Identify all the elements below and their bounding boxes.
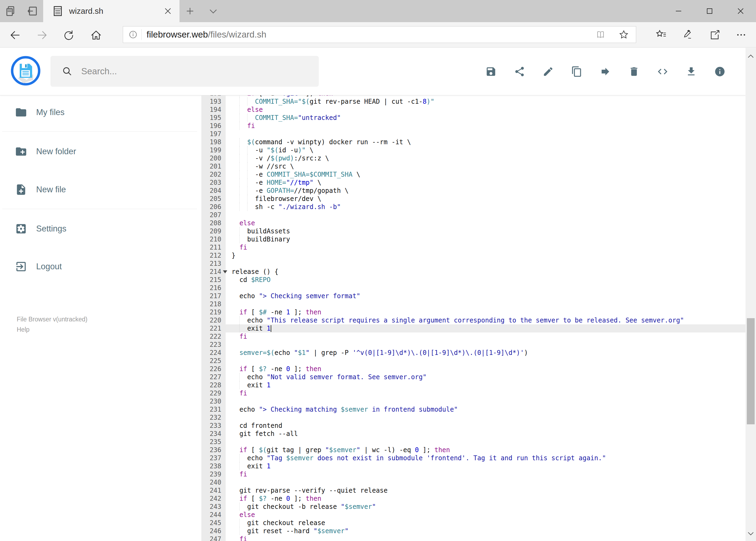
address-bar[interactable]: filebrowser.web/files/wizard.sh: [123, 26, 636, 43]
code-line[interactable]: 224 semver=$(echo "$1" | grep -P '^v(0|[…: [201, 349, 745, 357]
gutter-line-number[interactable]: 225: [201, 357, 221, 365]
code-line[interactable]: 210 buildBinary: [201, 235, 745, 244]
share-action-icon[interactable]: [514, 66, 525, 77]
gutter-line-number[interactable]: 216: [201, 284, 221, 292]
code-line[interactable]: 241 git rev-parse --verify --quiet relea…: [201, 486, 745, 495]
gutter-line-number[interactable]: 227: [201, 373, 221, 381]
code-line[interactable]: 237 echo "Tag $semver does not exist in …: [201, 454, 745, 462]
favorite-star-icon[interactable]: [619, 29, 629, 40]
close-window-button[interactable]: [725, 0, 756, 22]
code-line[interactable]: 201 -w //src \: [201, 162, 745, 171]
gutter-line-number[interactable]: 234: [201, 430, 221, 438]
code-line[interactable]: 215 cd $REPO: [201, 276, 745, 284]
gutter-line-number[interactable]: 196: [201, 122, 221, 130]
code-line[interactable]: 244 else: [201, 511, 745, 519]
code-line[interactable]: 200 -v /$(pwd):/src:z \: [201, 154, 745, 162]
gutter-line-number[interactable]: 222: [201, 332, 221, 340]
code-line[interactable]: 242 if [ $? -ne 0 ]; then: [201, 495, 745, 503]
gutter-line-number[interactable]: 231: [201, 405, 221, 413]
sidebar-item-new-folder[interactable]: New folder: [0, 134, 201, 169]
code-line[interactable]: 196 fi: [201, 122, 745, 130]
filebrowser-logo[interactable]: [10, 55, 41, 86]
gutter-line-number[interactable]: 197: [201, 130, 221, 138]
gutter-line-number[interactable]: 230: [201, 397, 221, 405]
code-line[interactable]: 246 git reset --hard "$semver": [201, 527, 745, 535]
code-line[interactable]: 221 exit 1: [201, 324, 745, 332]
gutter-line-number[interactable]: 238: [201, 462, 221, 470]
code-line[interactable]: 220 echo "This release script requires a…: [201, 316, 745, 324]
gutter-line-number[interactable]: 202: [201, 171, 221, 179]
delete-action-icon[interactable]: [629, 66, 640, 77]
code-line[interactable]: 214release () {: [201, 268, 745, 276]
new-tab-icon[interactable]: [185, 6, 195, 16]
minimize-button[interactable]: [663, 0, 694, 22]
gutter-line-number[interactable]: 193: [201, 98, 221, 106]
code-line[interactable]: 238 exit 1: [201, 462, 745, 470]
help-link[interactable]: Help: [17, 324, 88, 335]
code-editor[interactable]: 192 if [ -d ".git" ]; then193 COMMIT_SHA…: [201, 95, 745, 541]
code-line[interactable]: 240: [201, 478, 745, 486]
gutter-line-number[interactable]: 239: [201, 470, 221, 478]
move-action-icon[interactable]: [600, 66, 611, 77]
maximize-button[interactable]: [694, 0, 725, 22]
gutter-line-number[interactable]: 237: [201, 454, 221, 462]
code-line[interactable]: 195 COMMIT_SHA="untracked": [201, 114, 745, 122]
forward-icon[interactable]: [36, 29, 48, 41]
code-line[interactable]: 218: [201, 300, 745, 308]
gutter-line-number[interactable]: 204: [201, 187, 221, 195]
code-line[interactable]: 204 -e GOPATH=//tmp/gopath \: [201, 187, 745, 195]
sidebar-item-settings[interactable]: Settings: [0, 212, 201, 246]
gutter-line-number[interactable]: 195: [201, 114, 221, 122]
code-line[interactable]: 208 else: [201, 219, 745, 227]
gutter-line-number[interactable]: 226: [201, 365, 221, 373]
search-input[interactable]: [81, 66, 319, 77]
scroll-up-icon[interactable]: [747, 53, 754, 60]
more-options-icon[interactable]: [735, 29, 747, 41]
tab-list-chevron-icon[interactable]: [208, 7, 218, 15]
sidebar-item-my-files[interactable]: My files: [0, 97, 201, 128]
code-line[interactable]: 228 exit 1: [201, 381, 745, 389]
scroll-down-icon[interactable]: [747, 530, 754, 537]
code-line[interactable]: 213: [201, 260, 745, 268]
code-line[interactable]: 202 -e COMMIT_SHA=$COMMIT_SHA \: [201, 171, 745, 179]
home-icon[interactable]: [90, 29, 102, 41]
back-icon[interactable]: [9, 29, 21, 41]
gutter-line-number[interactable]: 217: [201, 292, 221, 300]
code-line[interactable]: 223: [201, 340, 745, 349]
code-line[interactable]: 217 echo "> Checking semver format": [201, 292, 745, 300]
code-line[interactable]: 233 cd frontend: [201, 422, 745, 430]
url-text[interactable]: filebrowser.web/files/wizard.sh: [146, 29, 596, 40]
gutter-line-number[interactable]: 221: [201, 324, 221, 332]
gutter-line-number[interactable]: 218: [201, 300, 221, 308]
gutter-line-number[interactable]: 199: [201, 146, 221, 154]
share-page-icon[interactable]: [708, 29, 721, 41]
code-action-icon[interactable]: [657, 66, 668, 77]
code-line[interactable]: 209 buildAssets: [201, 227, 745, 235]
code-line[interactable]: 203 -e HOME="//tmp" \: [201, 179, 745, 187]
browser-tab-wizard[interactable]: wizard.sh: [43, 0, 179, 22]
gutter-line-number[interactable]: 207: [201, 211, 221, 219]
page-scrollbar[interactable]: [745, 48, 756, 541]
gutter-line-number[interactable]: 211: [201, 244, 221, 252]
favorites-hub-icon[interactable]: [655, 29, 667, 41]
reading-view-icon[interactable]: [596, 29, 606, 40]
code-line[interactable]: 222 fi: [201, 332, 745, 340]
gutter-line-number[interactable]: 232: [201, 413, 221, 422]
site-info-icon[interactable]: [129, 31, 137, 39]
gutter-line-number[interactable]: 247: [201, 535, 221, 541]
gutter-line-number[interactable]: 200: [201, 154, 221, 162]
code-line[interactable]: 229 fi: [201, 389, 745, 397]
code-line[interactable]: 211 fi: [201, 244, 745, 252]
code-line[interactable]: 205 filebrowser/dev \: [201, 195, 745, 203]
code-line[interactable]: 212}: [201, 252, 745, 260]
web-notes-pen-icon[interactable]: [681, 29, 694, 41]
download-action-icon[interactable]: [685, 66, 697, 77]
code-line[interactable]: 245 git checkout release: [201, 519, 745, 527]
code-line[interactable]: 219 if [ $# -ne 1 ]; then: [201, 308, 745, 316]
code-line[interactable]: 230: [201, 397, 745, 405]
tabs-aside-icon[interactable]: [26, 5, 38, 17]
edit-action-icon[interactable]: [543, 66, 554, 77]
code-line[interactable]: 193 COMMIT_SHA="$(git rev-parse HEAD | c…: [201, 98, 745, 106]
gutter-line-number[interactable]: 233: [201, 422, 221, 430]
code-line[interactable]: 234 git fetch --all: [201, 430, 745, 438]
